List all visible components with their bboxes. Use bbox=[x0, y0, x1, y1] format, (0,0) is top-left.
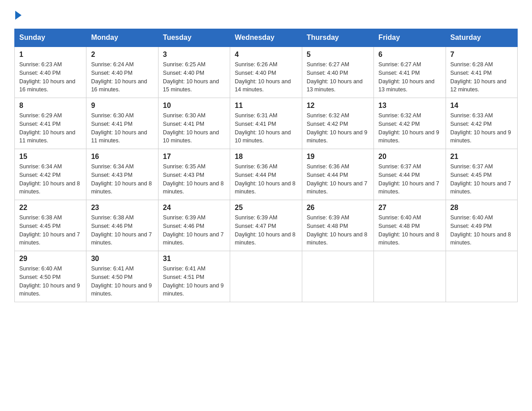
day-number: 4 bbox=[235, 51, 297, 59]
calendar-cell: 27 Sunrise: 6:40 AMSunset: 4:48 PMDaylig… bbox=[374, 200, 446, 251]
day-info: Sunrise: 6:41 AMSunset: 4:51 PMDaylight:… bbox=[163, 265, 224, 297]
calendar-cell: 15 Sunrise: 6:34 AMSunset: 4:42 PMDaylig… bbox=[15, 149, 86, 200]
calendar-cell: 18 Sunrise: 6:36 AMSunset: 4:44 PMDaylig… bbox=[230, 149, 302, 200]
day-number: 6 bbox=[378, 51, 441, 59]
calendar-cell: 3 Sunrise: 6:25 AMSunset: 4:40 PMDayligh… bbox=[158, 47, 230, 98]
day-info: Sunrise: 6:39 AMSunset: 4:47 PMDaylight:… bbox=[235, 214, 296, 246]
day-info: Sunrise: 6:25 AMSunset: 4:40 PMDaylight:… bbox=[163, 61, 219, 93]
day-number: 9 bbox=[91, 102, 153, 110]
day-number: 27 bbox=[378, 204, 441, 212]
day-info: Sunrise: 6:24 AMSunset: 4:40 PMDaylight:… bbox=[91, 61, 147, 93]
calendar-cell bbox=[302, 251, 373, 302]
day-number: 29 bbox=[19, 255, 82, 263]
calendar-cell bbox=[374, 251, 446, 302]
column-header-tuesday: Tuesday bbox=[158, 29, 230, 47]
calendar-cell: 5 Sunrise: 6:27 AMSunset: 4:40 PMDayligh… bbox=[302, 47, 373, 98]
day-info: Sunrise: 6:29 AMSunset: 4:41 PMDaylight:… bbox=[19, 112, 75, 144]
day-number: 12 bbox=[307, 102, 369, 110]
calendar-cell: 6 Sunrise: 6:27 AMSunset: 4:41 PMDayligh… bbox=[374, 47, 446, 98]
day-info: Sunrise: 6:35 AMSunset: 4:43 PMDaylight:… bbox=[163, 163, 224, 195]
day-info: Sunrise: 6:27 AMSunset: 4:41 PMDaylight:… bbox=[378, 61, 434, 93]
day-info: Sunrise: 6:32 AMSunset: 4:42 PMDaylight:… bbox=[307, 112, 368, 144]
calendar-cell: 31 Sunrise: 6:41 AMSunset: 4:51 PMDaylig… bbox=[158, 251, 230, 302]
calendar-cell: 26 Sunrise: 6:39 AMSunset: 4:48 PMDaylig… bbox=[302, 200, 373, 251]
day-number: 10 bbox=[163, 102, 225, 110]
day-number: 22 bbox=[19, 204, 82, 212]
day-number: 15 bbox=[19, 153, 82, 161]
day-number: 18 bbox=[235, 153, 297, 161]
logo-text bbox=[14, 11, 22, 20]
day-number: 23 bbox=[91, 204, 153, 212]
day-info: Sunrise: 6:28 AMSunset: 4:41 PMDaylight:… bbox=[450, 61, 506, 93]
calendar-header-row: SundayMondayTuesdayWednesdayThursdayFrid… bbox=[15, 29, 518, 47]
day-number: 30 bbox=[91, 255, 153, 263]
day-info: Sunrise: 6:30 AMSunset: 4:41 PMDaylight:… bbox=[91, 112, 147, 144]
day-info: Sunrise: 6:40 AMSunset: 4:49 PMDaylight:… bbox=[450, 214, 511, 246]
day-info: Sunrise: 6:37 AMSunset: 4:44 PMDaylight:… bbox=[378, 163, 439, 195]
day-info: Sunrise: 6:40 AMSunset: 4:50 PMDaylight:… bbox=[19, 265, 80, 297]
calendar-cell: 13 Sunrise: 6:32 AMSunset: 4:42 PMDaylig… bbox=[374, 98, 446, 149]
day-number: 31 bbox=[163, 255, 225, 263]
calendar-cell: 1 Sunrise: 6:23 AMSunset: 4:40 PMDayligh… bbox=[15, 47, 86, 98]
calendar-week-row: 22 Sunrise: 6:38 AMSunset: 4:45 PMDaylig… bbox=[15, 200, 518, 251]
calendar-cell: 8 Sunrise: 6:29 AMSunset: 4:41 PMDayligh… bbox=[15, 98, 86, 149]
calendar-cell: 23 Sunrise: 6:38 AMSunset: 4:46 PMDaylig… bbox=[86, 200, 158, 251]
calendar-cell: 11 Sunrise: 6:31 AMSunset: 4:41 PMDaylig… bbox=[230, 98, 302, 149]
calendar-cell: 25 Sunrise: 6:39 AMSunset: 4:47 PMDaylig… bbox=[230, 200, 302, 251]
day-number: 17 bbox=[163, 153, 225, 161]
calendar-week-row: 15 Sunrise: 6:34 AMSunset: 4:42 PMDaylig… bbox=[15, 149, 518, 200]
calendar-cell bbox=[230, 251, 302, 302]
day-number: 7 bbox=[450, 51, 513, 59]
calendar-cell: 4 Sunrise: 6:26 AMSunset: 4:40 PMDayligh… bbox=[230, 47, 302, 98]
day-number: 24 bbox=[163, 204, 225, 212]
day-number: 2 bbox=[91, 51, 153, 59]
calendar-week-row: 29 Sunrise: 6:40 AMSunset: 4:50 PMDaylig… bbox=[15, 251, 518, 302]
day-info: Sunrise: 6:39 AMSunset: 4:48 PMDaylight:… bbox=[307, 214, 368, 246]
calendar-cell: 12 Sunrise: 6:32 AMSunset: 4:42 PMDaylig… bbox=[302, 98, 373, 149]
calendar-cell: 29 Sunrise: 6:40 AMSunset: 4:50 PMDaylig… bbox=[15, 251, 86, 302]
day-number: 13 bbox=[378, 102, 441, 110]
calendar-cell: 21 Sunrise: 6:37 AMSunset: 4:45 PMDaylig… bbox=[446, 149, 517, 200]
day-info: Sunrise: 6:31 AMSunset: 4:41 PMDaylight:… bbox=[235, 112, 291, 144]
day-info: Sunrise: 6:38 AMSunset: 4:45 PMDaylight:… bbox=[19, 214, 80, 246]
day-info: Sunrise: 6:34 AMSunset: 4:42 PMDaylight:… bbox=[19, 163, 80, 195]
day-info: Sunrise: 6:41 AMSunset: 4:50 PMDaylight:… bbox=[91, 265, 152, 297]
calendar-cell: 16 Sunrise: 6:34 AMSunset: 4:43 PMDaylig… bbox=[86, 149, 158, 200]
day-number: 14 bbox=[450, 102, 513, 110]
day-info: Sunrise: 6:38 AMSunset: 4:46 PMDaylight:… bbox=[91, 214, 152, 246]
calendar-cell: 14 Sunrise: 6:33 AMSunset: 4:42 PMDaylig… bbox=[446, 98, 517, 149]
calendar-cell: 19 Sunrise: 6:36 AMSunset: 4:44 PMDaylig… bbox=[302, 149, 373, 200]
calendar-cell: 20 Sunrise: 6:37 AMSunset: 4:44 PMDaylig… bbox=[374, 149, 446, 200]
calendar-cell: 24 Sunrise: 6:39 AMSunset: 4:46 PMDaylig… bbox=[158, 200, 230, 251]
day-info: Sunrise: 6:30 AMSunset: 4:41 PMDaylight:… bbox=[163, 112, 219, 144]
day-number: 25 bbox=[235, 204, 297, 212]
calendar-cell: 17 Sunrise: 6:35 AMSunset: 4:43 PMDaylig… bbox=[158, 149, 230, 200]
column-header-wednesday: Wednesday bbox=[230, 29, 302, 47]
day-info: Sunrise: 6:36 AMSunset: 4:44 PMDaylight:… bbox=[235, 163, 296, 195]
calendar-week-row: 1 Sunrise: 6:23 AMSunset: 4:40 PMDayligh… bbox=[15, 47, 518, 98]
column-header-sunday: Sunday bbox=[15, 29, 86, 47]
day-info: Sunrise: 6:23 AMSunset: 4:40 PMDaylight:… bbox=[19, 61, 75, 93]
day-info: Sunrise: 6:26 AMSunset: 4:40 PMDaylight:… bbox=[235, 61, 291, 93]
day-number: 1 bbox=[19, 51, 82, 59]
logo-triangle-icon bbox=[15, 11, 21, 20]
calendar-week-row: 8 Sunrise: 6:29 AMSunset: 4:41 PMDayligh… bbox=[15, 98, 518, 149]
day-number: 20 bbox=[378, 153, 441, 161]
day-number: 28 bbox=[450, 204, 513, 212]
column-header-friday: Friday bbox=[374, 29, 446, 47]
day-number: 21 bbox=[450, 153, 513, 161]
day-number: 5 bbox=[307, 51, 369, 59]
day-number: 11 bbox=[235, 102, 297, 110]
column-header-monday: Monday bbox=[86, 29, 158, 47]
day-info: Sunrise: 6:40 AMSunset: 4:48 PMDaylight:… bbox=[378, 214, 439, 246]
calendar-cell bbox=[446, 251, 517, 302]
calendar-table: SundayMondayTuesdayWednesdayThursdayFrid… bbox=[14, 29, 518, 302]
calendar-cell: 7 Sunrise: 6:28 AMSunset: 4:41 PMDayligh… bbox=[446, 47, 517, 98]
day-number: 26 bbox=[307, 204, 369, 212]
day-info: Sunrise: 6:39 AMSunset: 4:46 PMDaylight:… bbox=[163, 214, 224, 246]
logo bbox=[14, 11, 22, 20]
column-header-saturday: Saturday bbox=[446, 29, 517, 47]
day-info: Sunrise: 6:32 AMSunset: 4:42 PMDaylight:… bbox=[378, 112, 439, 144]
day-info: Sunrise: 6:34 AMSunset: 4:43 PMDaylight:… bbox=[91, 163, 152, 195]
day-info: Sunrise: 6:37 AMSunset: 4:45 PMDaylight:… bbox=[450, 163, 511, 195]
